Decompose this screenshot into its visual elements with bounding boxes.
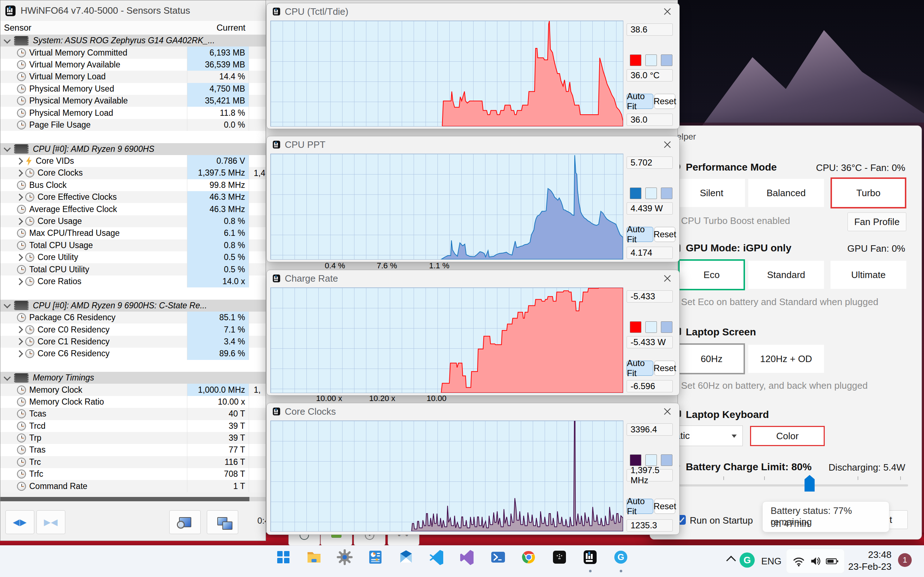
chevron-right-icon[interactable] <box>16 338 23 345</box>
120hz-od-button[interactable]: 120Hz + OD <box>748 345 824 373</box>
series-color-swatch[interactable] <box>630 55 641 66</box>
chevron-right-icon[interactable] <box>16 218 23 225</box>
collapse-columns-button[interactable]: ▶◀ <box>36 510 65 534</box>
sensor-row[interactable]: Core Effective Clocks46.3 MHz <box>0 191 266 203</box>
fan-profile-button[interactable]: Fan Profile <box>848 213 906 231</box>
graph-titlebar[interactable]: Core Clocks <box>267 403 679 420</box>
graph-color-swatches[interactable] <box>630 455 672 466</box>
silent-button[interactable]: Silent <box>678 179 745 207</box>
graph-titlebar[interactable]: CPU PPT <box>267 136 679 153</box>
series-color-swatch[interactable] <box>630 187 641 199</box>
spacer-row[interactable] <box>0 360 266 372</box>
sensor-row[interactable]: Max CPU/Thread Usage6.1 % <box>0 227 266 239</box>
vscode-icon[interactable] <box>428 549 445 566</box>
scrollbar-thumb[interactable] <box>0 497 249 501</box>
hwinfo-taskbar-icon[interactable] <box>582 549 598 566</box>
sensor-row[interactable]: Trp39 T <box>0 432 266 444</box>
close-icon[interactable] <box>663 407 672 416</box>
graph-titlebar[interactable]: Charge Rate <box>267 270 679 287</box>
sensor-group-row[interactable]: System: ASUS ROG Zephyrus G14 GA402RK_..… <box>0 35 266 47</box>
sensor-row[interactable]: Trc116 T <box>0 456 266 468</box>
tray-chevron-up-icon[interactable] <box>726 556 736 566</box>
sensor-row[interactable]: Core C0 Residency7.1 % <box>0 324 266 335</box>
sensor-row[interactable]: Total CPU Usage0.8 % <box>0 239 266 251</box>
visual-studio-icon[interactable] <box>459 549 476 566</box>
grid-color-swatch[interactable] <box>661 187 672 199</box>
standard-button[interactable]: Standard <box>748 261 824 289</box>
graph-color-swatches[interactable] <box>630 187 672 199</box>
powershell-icon[interactable] <box>490 549 506 566</box>
sensor-row[interactable]: Core C1 Residency3.4 % <box>0 336 266 348</box>
background-color-swatch[interactable] <box>645 321 657 333</box>
sensor-row[interactable]: Core Usage0.8 % <box>0 215 266 227</box>
reset-button[interactable]: Reset <box>654 227 675 242</box>
chevron-right-icon[interactable] <box>16 278 23 285</box>
tray-clock[interactable]: 23:48 23-Feb-23 <box>846 549 892 573</box>
sensor-row[interactable]: Page File Usage0.0 % <box>0 119 266 131</box>
sensor-row[interactable]: Tras77 T <box>0 444 266 456</box>
graph-plot-area[interactable] <box>270 287 624 393</box>
mail-icon[interactable] <box>398 549 414 566</box>
eco-button[interactable]: Eco <box>678 259 745 290</box>
chevron-down-icon[interactable] <box>3 145 11 152</box>
sensor-row[interactable]: Total CPU Utility0.5 % <box>0 263 266 275</box>
chevron-down-icon[interactable] <box>3 36 11 44</box>
chevron-right-icon[interactable] <box>16 169 23 177</box>
sensor-row[interactable]: Package C6 Residency85.1 % <box>0 311 266 324</box>
chevron-right-icon[interactable] <box>16 326 23 333</box>
grid-color-swatch[interactable] <box>661 55 672 66</box>
sensor-row[interactable]: Physical Memory Load11.8 % <box>0 107 266 119</box>
graph-plot-area[interactable] <box>270 421 624 532</box>
chevron-right-icon[interactable] <box>16 193 23 201</box>
sensor-row[interactable]: Core C6 Residency89.6 % <box>0 348 266 359</box>
auto-fit-button[interactable]: Auto Fit <box>627 361 653 376</box>
reset-button[interactable]: Reset <box>654 499 675 514</box>
language-indicator[interactable]: ENG <box>761 556 782 567</box>
spacer-row[interactable] <box>0 131 266 143</box>
keyboard-color-button[interactable]: Color <box>750 426 825 446</box>
hwinfo-titlebar[interactable]: HWiNFO64 v7.40-5000 - Sensors Status <box>0 0 266 21</box>
close-icon[interactable] <box>663 7 672 16</box>
sensor-row[interactable]: Core Clocks1,397.5 MHz1,4 <box>0 167 266 179</box>
chrome-icon[interactable] <box>520 549 537 566</box>
settings-gear-icon[interactable] <box>336 549 353 566</box>
column-sensor[interactable]: Sensor <box>4 23 31 33</box>
chevron-right-icon[interactable] <box>16 350 23 357</box>
chevron-down-icon[interactable] <box>3 374 11 381</box>
column-current[interactable]: Current <box>187 23 246 33</box>
sensor-row[interactable]: Core Utility0.5 % <box>0 251 266 263</box>
sensor-row[interactable]: Core Ratios14.0 x <box>0 276 266 287</box>
horizontal-scrollbar[interactable] <box>0 497 266 501</box>
sensor-row[interactable]: Average Effective Clock46.3 MHz <box>0 203 266 215</box>
turbo-button[interactable]: Turbo <box>830 177 906 208</box>
background-color-swatch[interactable] <box>645 455 657 466</box>
grammarly-tray-icon[interactable]: G <box>740 553 755 567</box>
reset-button[interactable]: Reset <box>654 94 675 109</box>
graph-plot-area[interactable] <box>270 21 624 127</box>
graph-color-swatches[interactable] <box>630 321 672 333</box>
sensor-group-row[interactable]: Memory Timings <box>0 372 266 384</box>
sensor-row[interactable]: Physical Memory Available35,421 MB <box>0 95 266 107</box>
auto-fit-button[interactable]: Auto Fit <box>627 94 653 109</box>
file-explorer-icon[interactable] <box>306 549 322 566</box>
sensor-row[interactable]: Virtual Memory Load14.4 % <box>0 71 266 82</box>
sensor-row[interactable]: Command Rate1 T <box>0 480 266 492</box>
terminal-icon[interactable] <box>551 549 568 566</box>
balanced-button[interactable]: Balanced <box>748 179 824 207</box>
chevron-right-icon[interactable] <box>16 158 23 165</box>
sensor-row[interactable]: Trcd39 T <box>0 420 266 432</box>
close-icon[interactable] <box>663 140 672 149</box>
quick-settings-pill[interactable] <box>786 549 845 574</box>
sensor-group-row[interactable]: CPU [#0]: AMD Ryzen 9 6900HS: C-State Re… <box>0 300 266 311</box>
battery-limit-slider-handle[interactable] <box>804 475 815 492</box>
spacer-row[interactable] <box>0 287 266 299</box>
grid-color-swatch[interactable] <box>661 321 672 333</box>
series-color-swatch[interactable] <box>630 321 641 333</box>
system-monitor-icon[interactable] <box>367 549 384 566</box>
graph-titlebar[interactable]: CPU (Tctl/Tdie) <box>267 3 679 20</box>
sensor-row[interactable]: Tcas40 T <box>0 408 266 420</box>
sensor-row[interactable]: Core VIDs0.786 V <box>0 155 266 167</box>
sensor-row[interactable]: Physical Memory Used4,750 MB <box>0 83 266 95</box>
start-button[interactable] <box>275 549 292 566</box>
series-color-swatch[interactable] <box>630 455 641 466</box>
